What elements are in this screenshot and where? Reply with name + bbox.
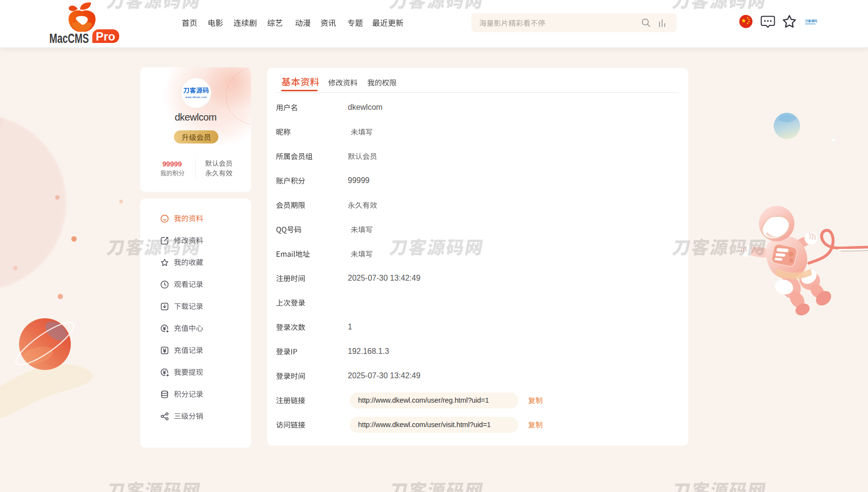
svg-text:Pro: Pro: [96, 30, 115, 43]
svg-text:www.dkewl.com: www.dkewl.com: [185, 96, 207, 99]
svg-text:MacCMS: MacCMS: [49, 31, 89, 46]
